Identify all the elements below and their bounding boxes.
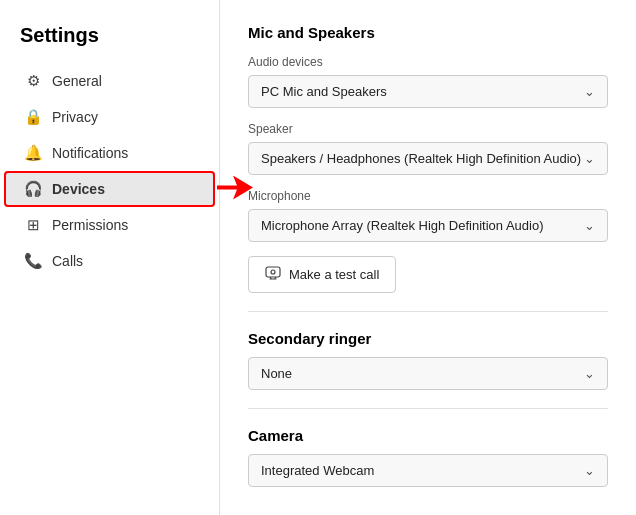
sidebar-item-label: Permissions — [52, 217, 128, 233]
chevron-down-icon: ⌄ — [584, 151, 595, 166]
lock-icon: 🔒 — [24, 108, 42, 126]
speaker-value: Speakers / Headphones (Realtek High Defi… — [261, 151, 581, 166]
camera-value: Integrated Webcam — [261, 463, 374, 478]
svg-rect-1 — [266, 267, 280, 277]
microphone-dropdown[interactable]: Microphone Array (Realtek High Definitio… — [248, 209, 608, 242]
test-call-label: Make a test call — [289, 267, 379, 282]
phone-test-icon — [265, 265, 281, 284]
secondary-ringer-value: None — [261, 366, 292, 381]
chevron-down-icon: ⌄ — [584, 218, 595, 233]
speaker-dropdown[interactable]: Speakers / Headphones (Realtek High Defi… — [248, 142, 608, 175]
sidebar-item-privacy[interactable]: 🔒 Privacy — [4, 99, 215, 135]
sidebar-item-label: Privacy — [52, 109, 98, 125]
sidebar-item-calls[interactable]: 📞 Calls — [4, 243, 215, 279]
divider-1 — [248, 311, 608, 312]
sidebar-item-label: Calls — [52, 253, 83, 269]
secondary-ringer-heading: Secondary ringer — [248, 330, 608, 347]
audio-devices-dropdown[interactable]: PC Mic and Speakers ⌄ — [248, 75, 608, 108]
microphone-label: Microphone — [248, 189, 608, 203]
phone-icon: 📞 — [24, 252, 42, 270]
divider-2 — [248, 408, 608, 409]
make-test-call-button[interactable]: Make a test call — [248, 256, 396, 293]
microphone-value: Microphone Array (Realtek High Definitio… — [261, 218, 544, 233]
grid-icon: ⊞ — [24, 216, 42, 234]
chevron-down-icon: ⌄ — [584, 366, 595, 381]
bell-icon: 🔔 — [24, 144, 42, 162]
headphones-icon: 🎧 — [24, 180, 42, 198]
secondary-ringer-dropdown[interactable]: None ⌄ — [248, 357, 608, 390]
settings-title: Settings — [0, 16, 219, 63]
main-content: Mic and Speakers Audio devices PC Mic an… — [220, 0, 636, 515]
sidebar-item-general[interactable]: ⚙ General — [4, 63, 215, 99]
chevron-down-icon: ⌄ — [584, 463, 595, 478]
sidebar-item-label: General — [52, 73, 102, 89]
camera-dropdown[interactable]: Integrated Webcam ⌄ — [248, 454, 608, 487]
speaker-label: Speaker — [248, 122, 608, 136]
camera-heading: Camera — [248, 427, 608, 444]
chevron-down-icon: ⌄ — [584, 84, 595, 99]
mic-speakers-heading: Mic and Speakers — [248, 24, 608, 41]
sidebar-item-label: Notifications — [52, 145, 128, 161]
sidebar: Settings ⚙ General 🔒 Privacy 🔔 Notificat… — [0, 0, 220, 515]
sidebar-item-devices[interactable]: 🎧 Devices — [4, 171, 215, 207]
sidebar-item-label: Devices — [52, 181, 105, 197]
svg-point-2 — [271, 270, 275, 274]
audio-devices-label: Audio devices — [248, 55, 608, 69]
sidebar-item-permissions[interactable]: ⊞ Permissions — [4, 207, 215, 243]
gear-icon: ⚙ — [24, 72, 42, 90]
sidebar-item-notifications[interactable]: 🔔 Notifications — [4, 135, 215, 171]
audio-devices-value: PC Mic and Speakers — [261, 84, 387, 99]
